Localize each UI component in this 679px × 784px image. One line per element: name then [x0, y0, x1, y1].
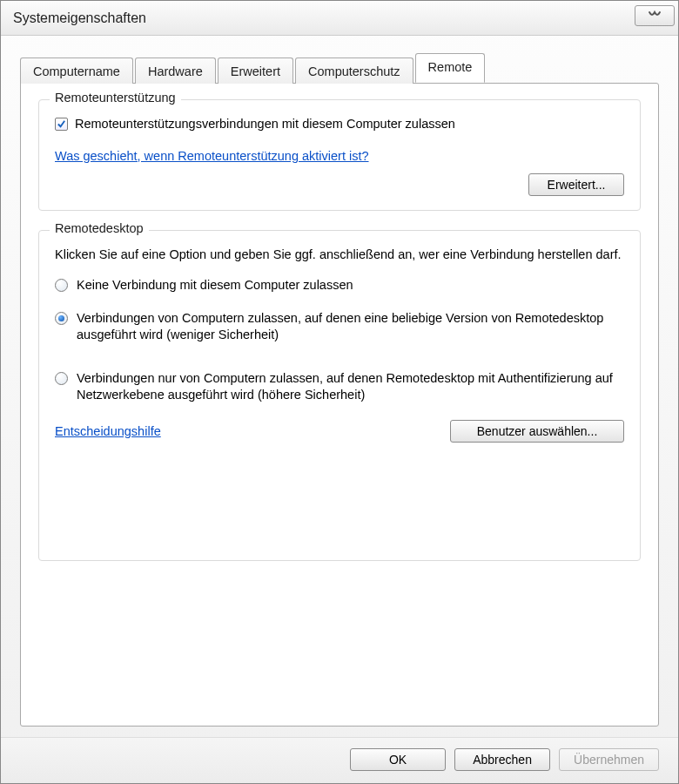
- ok-button[interactable]: OK: [350, 748, 446, 771]
- tab-strip: Computername Hardware Erweitert Computer…: [20, 53, 659, 83]
- rd-option-none-radio[interactable]: [55, 279, 68, 292]
- group-remote-desktop: Remotedesktop Klicken Sie auf eine Optio…: [38, 230, 641, 561]
- apply-button[interactable]: Übernehmen: [559, 748, 659, 771]
- rd-option-nla-row: Verbindungen nur von Computern zulassen,…: [55, 370, 624, 404]
- tab-computername[interactable]: Computername: [20, 57, 133, 84]
- tab-remote[interactable]: Remote: [415, 53, 486, 83]
- tab-panel-remote: Remoteunterstützung Remoteunterstützungs…: [20, 83, 659, 727]
- titlebar: Systemeigenschaften: [1, 1, 678, 36]
- tab-hardware[interactable]: Hardware: [135, 57, 216, 84]
- checkmark-icon: [57, 119, 66, 129]
- tab-erweitert[interactable]: Erweitert: [218, 57, 293, 84]
- rd-option-nla-label: Verbindungen nur von Computern zulassen,…: [77, 370, 624, 404]
- allow-remote-assist-checkbox[interactable]: [55, 118, 68, 131]
- radio-dot-icon: [58, 315, 64, 321]
- remote-assist-advanced-button[interactable]: Erweitert...: [528, 173, 624, 196]
- window-title: Systemeigenschaften: [13, 10, 146, 26]
- group-remote-assistance-legend: Remoteunterstützung: [50, 91, 181, 105]
- remote-assist-info-link[interactable]: Was geschieht, wenn Remoteunterstützung …: [55, 149, 369, 163]
- tab-computerschutz[interactable]: Computerschutz: [295, 57, 413, 84]
- allow-remote-assist-label: Remoteunterstützungsverbindungen mit die…: [75, 116, 455, 133]
- group-remote-desktop-legend: Remotedesktop: [50, 221, 149, 235]
- select-users-button[interactable]: Benutzer auswählen...: [450, 420, 624, 443]
- group-remote-assistance: Remoteunterstützung Remoteunterstützungs…: [38, 99, 641, 211]
- remote-desktop-instruction: Klicken Sie auf eine Option und geben Si…: [55, 247, 624, 264]
- rd-option-nla-radio[interactable]: [55, 372, 68, 385]
- close-button[interactable]: [635, 5, 675, 26]
- rd-option-none-row: Keine Verbindung mit diesem Computer zul…: [55, 277, 624, 294]
- system-properties-window: Systemeigenschaften Computername Hardwar…: [0, 0, 679, 784]
- cancel-button[interactable]: Abbrechen: [454, 748, 550, 771]
- decision-help-link[interactable]: Entscheidungshilfe: [55, 424, 161, 438]
- rd-option-none-label: Keine Verbindung mit diesem Computer zul…: [77, 277, 353, 294]
- rd-option-any-label: Verbindungen von Computern zulassen, auf…: [77, 310, 624, 344]
- rd-option-any-row: Verbindungen von Computern zulassen, auf…: [55, 310, 624, 344]
- remote-desktop-bottom-row: Entscheidungshilfe Benutzer auswählen...: [55, 420, 624, 443]
- content-area: Computername Hardware Erweitert Computer…: [1, 36, 678, 737]
- allow-remote-assist-row: Remoteunterstützungsverbindungen mit die…: [55, 116, 624, 133]
- rd-option-any-radio[interactable]: [55, 312, 68, 325]
- dialog-footer: OK Abbrechen Übernehmen: [1, 737, 678, 783]
- close-icon: [647, 9, 662, 23]
